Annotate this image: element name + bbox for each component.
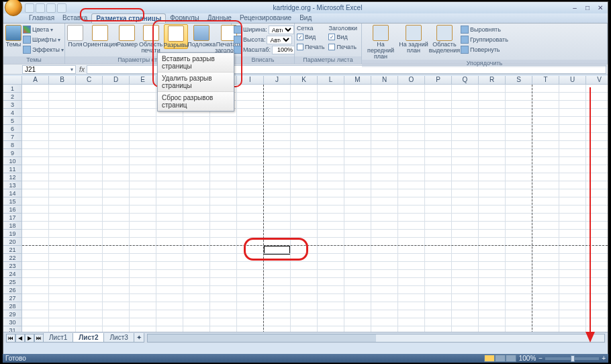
- row-header-18[interactable]: 18: [3, 222, 21, 230]
- col-header-S[interactable]: S: [506, 76, 532, 84]
- bring-front-button[interactable]: На передний план: [364, 24, 397, 60]
- col-header-D[interactable]: D: [103, 76, 130, 84]
- row-header-27[interactable]: 27: [3, 294, 21, 302]
- height-select[interactable]: Авто: [267, 36, 292, 44]
- col-header-R[interactable]: R: [479, 76, 506, 84]
- sheet-nav-last[interactable]: ⏭: [34, 334, 44, 343]
- col-header-U[interactable]: U: [559, 76, 586, 84]
- row-header-1[interactable]: 1: [3, 85, 21, 93]
- align-button[interactable]: Выровнять: [461, 25, 508, 34]
- row-header-17[interactable]: 17: [3, 214, 21, 222]
- maximize-button[interactable]: □: [581, 3, 594, 12]
- col-header-B[interactable]: B: [49, 76, 76, 84]
- close-button[interactable]: ✕: [594, 3, 606, 12]
- sheet-tab-2[interactable]: Лист2: [73, 333, 104, 343]
- row-header-28[interactable]: 28: [3, 302, 21, 310]
- col-header-T[interactable]: T: [532, 76, 559, 84]
- col-header-I[interactable]: I: [237, 76, 264, 84]
- background-button[interactable]: Подложка: [189, 24, 214, 48]
- qat-save-icon[interactable]: [25, 3, 34, 13]
- themes-button[interactable]: Темы: [5, 24, 21, 48]
- col-header-J[interactable]: J: [264, 76, 291, 84]
- qat-redo-icon[interactable]: [46, 3, 56, 13]
- minimize-button[interactable]: –: [569, 3, 581, 12]
- fx-icon[interactable]: fx: [77, 66, 87, 73]
- row-header-10[interactable]: 10: [3, 157, 21, 165]
- col-header-L[interactable]: L: [318, 76, 344, 84]
- row-header-4[interactable]: 4: [3, 109, 21, 117]
- scale-input[interactable]: [272, 46, 295, 54]
- col-header-E[interactable]: E: [130, 76, 156, 84]
- sheet-nav-next[interactable]: ▶: [25, 334, 34, 343]
- send-back-button[interactable]: На задний план: [399, 24, 428, 54]
- name-box[interactable]: J21▾: [22, 65, 76, 74]
- col-header-K[interactable]: K: [291, 76, 318, 84]
- insert-break-item[interactable]: Вставить разрыв страницы: [158, 53, 234, 73]
- row-header-3[interactable]: 3: [3, 101, 21, 109]
- row-header-23[interactable]: 23: [3, 262, 21, 270]
- row-header-24[interactable]: 24: [3, 270, 21, 278]
- size-button[interactable]: Размер: [117, 24, 138, 48]
- remove-break-item[interactable]: Удалить разрыв страницы: [158, 73, 234, 92]
- office-button[interactable]: [5, 0, 22, 16]
- col-header-C[interactable]: C: [76, 76, 103, 84]
- margins-button[interactable]: Поля: [67, 24, 83, 48]
- select-all-corner[interactable]: [3, 76, 22, 84]
- row-header-20[interactable]: 20: [3, 238, 21, 246]
- row-header-11[interactable]: 11: [3, 165, 21, 173]
- row-header-9[interactable]: 9: [3, 149, 21, 157]
- breaks-button[interactable]: Разрывы: [164, 24, 188, 49]
- row-header-21[interactable]: 21: [3, 246, 21, 254]
- row-header-30[interactable]: 30: [3, 318, 21, 326]
- orientation-button[interactable]: Ориентация: [85, 24, 115, 48]
- tab-formulas[interactable]: Формулы: [166, 13, 203, 23]
- zoom-out-button[interactable]: −: [538, 355, 543, 362]
- tab-insert[interactable]: Вставка: [58, 13, 91, 23]
- view-break-button[interactable]: [506, 355, 516, 362]
- row-header-8[interactable]: 8: [3, 141, 21, 149]
- print-area-button[interactable]: Область печати: [139, 24, 162, 54]
- rotate-button[interactable]: Повернуть: [461, 45, 508, 54]
- head-print-check[interactable]: Печать: [328, 42, 357, 52]
- tab-home[interactable]: Главная: [25, 13, 58, 23]
- row-header-29[interactable]: 29: [3, 310, 21, 318]
- sheet-tab-3[interactable]: Лист3: [103, 333, 134, 343]
- col-header-O[interactable]: O: [398, 76, 425, 84]
- col-header-N[interactable]: N: [371, 76, 398, 84]
- grid-view-check[interactable]: ✓Вид: [297, 32, 324, 42]
- reset-breaks-item[interactable]: Сброс разрывов страниц: [158, 92, 234, 111]
- fonts-button[interactable]: Шрифты▾: [23, 35, 64, 44]
- group-button[interactable]: Группировать: [461, 35, 508, 44]
- colors-button[interactable]: Цвета▾: [23, 25, 64, 34]
- view-normal-button[interactable]: [484, 355, 495, 362]
- tab-view[interactable]: Вид: [295, 13, 316, 23]
- effects-button[interactable]: Эффекты▾: [23, 45, 64, 54]
- col-header-Q[interactable]: Q: [452, 76, 479, 84]
- view-layout-button[interactable]: [495, 355, 506, 362]
- row-header-12[interactable]: 12: [3, 173, 21, 181]
- col-header-M[interactable]: M: [344, 76, 371, 84]
- row-header-16[interactable]: 16: [3, 206, 21, 214]
- sheet-tab-1[interactable]: Лист1: [43, 333, 73, 343]
- tab-page-layout[interactable]: Разметка страницы: [91, 13, 166, 23]
- row-header-22[interactable]: 22: [3, 254, 21, 262]
- row-header-26[interactable]: 26: [3, 286, 21, 294]
- row-header-19[interactable]: 19: [3, 230, 21, 238]
- width-select[interactable]: Авто: [269, 26, 294, 34]
- row-header-2[interactable]: 2: [3, 93, 21, 101]
- qat-dropdown-icon[interactable]: [57, 3, 66, 13]
- row-header-25[interactable]: 25: [3, 278, 21, 286]
- row-header-7[interactable]: 7: [3, 133, 21, 141]
- head-view-check[interactable]: ✓Вид: [328, 32, 357, 42]
- col-header-A[interactable]: A: [22, 76, 49, 84]
- tab-review[interactable]: Рецензирование: [236, 13, 295, 23]
- tab-data[interactable]: Данные: [203, 13, 236, 23]
- zoom-slider[interactable]: [545, 357, 599, 360]
- row-header-13[interactable]: 13: [3, 181, 21, 189]
- new-sheet-button[interactable]: ✦: [134, 333, 144, 343]
- selection-pane-button[interactable]: Область выделения: [430, 24, 459, 54]
- zoom-thumb[interactable]: [571, 355, 575, 362]
- col-header-P[interactable]: P: [425, 76, 452, 84]
- row-header-6[interactable]: 6: [3, 125, 21, 133]
- hscroll-thumb[interactable]: [148, 334, 376, 342]
